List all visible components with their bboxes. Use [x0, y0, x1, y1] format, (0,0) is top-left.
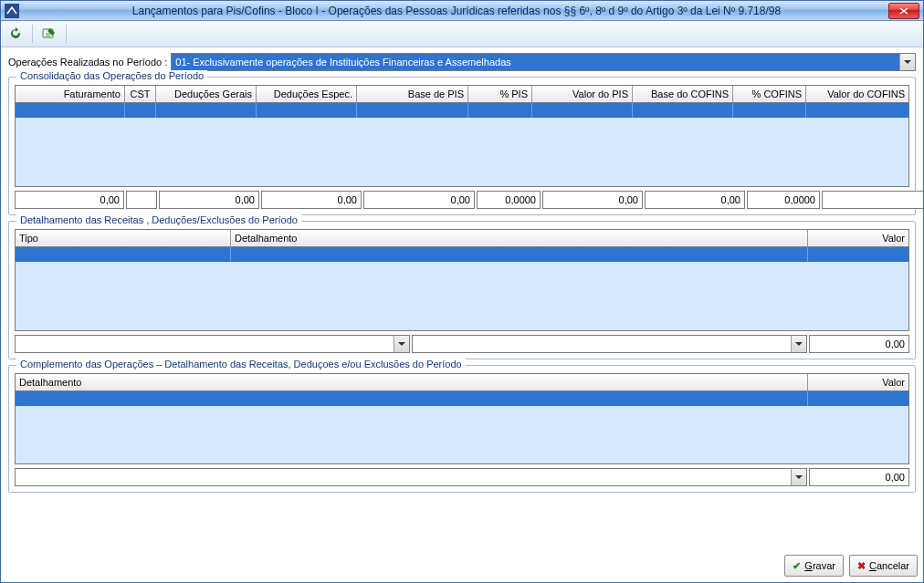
detalhamento-combo-text — [16, 469, 791, 485]
x-icon: ✖ — [857, 560, 866, 572]
total-perc-pis[interactable] — [477, 191, 541, 209]
col-detalhamento[interactable]: Detalhamento — [16, 374, 808, 390]
col-deducoes-gerais[interactable]: Deduções Gerais — [156, 86, 257, 102]
cancelar-button[interactable]: ✖ Cancelar — [849, 555, 918, 577]
toolbar-separator — [32, 25, 33, 43]
svg-rect-0 — [5, 4, 19, 18]
grid-complemento[interactable]: Detalhamento Valor — [15, 373, 909, 464]
total-deducoes-gerais[interactable] — [159, 191, 259, 209]
total-deducoes-espec[interactable] — [261, 191, 362, 209]
grid-detalhamento[interactable]: Tipo Detalhamento Valor — [15, 229, 909, 331]
grid-header: Faturamento CST Deduções Gerais Deduções… — [16, 86, 908, 103]
period-label: Operações Realizadas no Período : — [8, 57, 167, 68]
total-valor-pis[interactable] — [542, 191, 643, 209]
group-detalhamento: Detalhamento das Receitas , Deduções/Exc… — [8, 221, 916, 359]
grid-body[interactable] — [16, 103, 908, 186]
valor-input[interactable] — [809, 468, 909, 486]
grid-selected-row[interactable] — [16, 391, 908, 406]
refresh-button[interactable] — [5, 23, 26, 45]
detalhamento-combo[interactable] — [15, 468, 807, 486]
titlebar: Lançamentos para Pis/Cofins - Bloco I - … — [1, 1, 923, 21]
total-base-cofins[interactable] — [645, 191, 745, 209]
grid-selected-row[interactable] — [16, 103, 908, 118]
col-tipo[interactable]: Tipo — [16, 230, 231, 246]
group-consolidacao: Consolidação das Operações do Período Fa… — [8, 77, 916, 215]
grid-selected-row[interactable] — [16, 247, 908, 262]
col-perc-pis[interactable]: % PIS — [468, 86, 532, 102]
period-row: Operações Realizadas no Período : 01- Ex… — [8, 53, 916, 71]
total-valor-cofins[interactable] — [822, 191, 923, 209]
total-cst[interactable] — [126, 191, 157, 209]
totals-row — [15, 191, 909, 209]
gravar-button[interactable]: ✔ Gravar — [784, 555, 844, 577]
gravar-label: Gravar — [804, 560, 835, 571]
chevron-down-icon[interactable] — [394, 336, 409, 352]
col-faturamento[interactable]: Faturamento — [16, 86, 125, 102]
detalhamento-combo[interactable] — [412, 335, 807, 353]
grid-header: Tipo Detalhamento Valor — [16, 230, 908, 247]
chevron-down-icon[interactable] — [899, 54, 915, 70]
period-combo[interactable]: 01- Exclusivamente operações de Institui… — [171, 53, 916, 71]
close-button[interactable] — [888, 3, 919, 19]
valor-input[interactable] — [809, 335, 909, 353]
col-perc-cofins[interactable]: % COFINS — [733, 86, 806, 102]
grid-body[interactable] — [16, 247, 908, 330]
period-combo-text: 01- Exclusivamente operações de Institui… — [172, 54, 899, 70]
col-deducoes-espec[interactable]: Deduções Espec. — [257, 86, 357, 102]
col-valor-pis[interactable]: Valor do PIS — [532, 86, 633, 102]
window: Lançamentos para Pis/Cofins - Bloco I - … — [0, 0, 924, 583]
cancelar-label: Cancelar — [869, 560, 909, 571]
check-icon: ✔ — [793, 560, 801, 572]
grid-body[interactable] — [16, 391, 908, 463]
group-title: Detalhamento das Receitas , Deduções/Exc… — [16, 214, 301, 225]
col-base-cofins[interactable]: Base do COFINS — [633, 86, 733, 102]
window-title: Lançamentos para Pis/Cofins - Bloco I - … — [25, 5, 888, 17]
total-base-pis[interactable] — [363, 191, 475, 209]
chevron-down-icon[interactable] — [791, 469, 806, 485]
grid-header: Detalhamento Valor — [16, 374, 908, 391]
toolbar-separator — [66, 25, 67, 43]
app-icon — [5, 4, 19, 18]
group-complemento: Complemento das Operações – Detalhamento… — [8, 365, 916, 493]
detalhamento-combo-text — [413, 336, 791, 352]
button-bar: ✔ Gravar ✖ Cancelar — [1, 551, 923, 582]
col-valor[interactable]: Valor — [808, 374, 908, 390]
chevron-down-icon[interactable] — [791, 336, 806, 352]
col-base-pis[interactable]: Base de PIS — [357, 86, 468, 102]
grid-consolidacao[interactable]: Faturamento CST Deduções Gerais Deduções… — [15, 85, 909, 187]
content-area: Operações Realizadas no Período : 01- Ex… — [1, 47, 923, 551]
group-title: Consolidação das Operações do Período — [16, 70, 207, 81]
tipo-combo[interactable] — [15, 335, 410, 353]
edit-button[interactable] — [38, 23, 60, 45]
col-cst[interactable]: CST — [125, 86, 156, 102]
total-perc-cofins[interactable] — [747, 191, 820, 209]
footer-row — [15, 335, 909, 353]
col-valor[interactable]: Valor — [808, 230, 908, 246]
col-detalhamento[interactable]: Detalhamento — [231, 230, 808, 246]
tipo-combo-text — [16, 336, 394, 352]
col-valor-cofins[interactable]: Valor do COFINS — [806, 86, 908, 102]
group-title: Complemento das Operações – Detalhamento… — [16, 359, 466, 370]
toolbar — [1, 21, 923, 47]
footer-row — [15, 468, 909, 486]
total-faturamento[interactable] — [15, 191, 124, 209]
